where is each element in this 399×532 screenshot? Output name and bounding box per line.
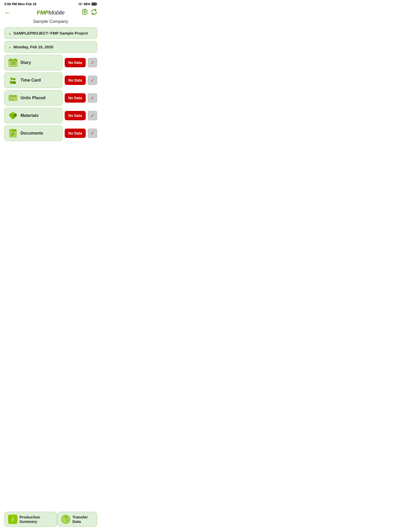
- date-dropdown[interactable]: ⌄ Monday, Feb 10, 2020: [4, 41, 97, 53]
- materials-icon: [8, 111, 18, 121]
- diary-label: Diary: [21, 60, 31, 65]
- diary-no-data-button[interactable]: No Data: [65, 58, 86, 67]
- units-placed-checkmark-icon: ✓: [91, 95, 95, 101]
- svg-text:1: 1: [10, 98, 11, 101]
- header-actions: [82, 9, 97, 17]
- status-bar: 3:50 PM Mon Feb 10 96%: [0, 0, 101, 7]
- timecard-checkmark-icon: ✓: [91, 77, 95, 83]
- units-placed-label: Units Placed: [21, 96, 45, 100]
- svg-rect-1: [97, 3, 97, 5]
- header: ← FMPMobile: [0, 7, 101, 18]
- timecard-check-button[interactable]: ✓: [88, 76, 97, 85]
- logo-fmp: FMP: [37, 9, 49, 16]
- diary-check-button[interactable]: ✓: [88, 58, 97, 67]
- materials-check-button[interactable]: ✓: [88, 111, 97, 120]
- units-placed-check-button[interactable]: ✓: [88, 93, 97, 103]
- timecard-no-data-button[interactable]: No Data: [65, 76, 86, 85]
- svg-rect-40: [10, 130, 12, 131]
- project-dropdown[interactable]: ⌄ SAMPLEPROJECT~FMP Sample Project: [4, 27, 97, 39]
- battery-icon: [91, 2, 97, 6]
- company-name: Sample Company: [0, 18, 101, 27]
- refresh-icon[interactable]: [91, 9, 97, 17]
- materials-button[interactable]: Materials: [4, 108, 63, 123]
- svg-point-16: [12, 59, 14, 61]
- svg-point-20: [13, 78, 15, 80]
- materials-checkmark-icon: ✓: [91, 113, 95, 118]
- timecard-row: Time Card No Data ✓: [4, 72, 97, 88]
- units-placed-row: 1 2 Units Placed No Data ✓: [4, 90, 97, 106]
- timecard-icon: [8, 75, 18, 85]
- status-icons: 96%: [78, 2, 97, 6]
- svg-rect-2: [92, 3, 96, 5]
- back-button[interactable]: ←: [4, 9, 11, 17]
- status-time: 3:50 PM Mon Feb 10: [4, 2, 36, 6]
- date-chevron-icon: ⌄: [8, 44, 11, 49]
- delete-icon[interactable]: [82, 9, 88, 17]
- wifi-icon: [78, 2, 83, 6]
- svg-rect-18: [12, 62, 16, 63]
- documents-no-data-button[interactable]: No Data: [65, 129, 86, 138]
- diary-checkmark-icon: ✓: [91, 60, 95, 65]
- documents-button[interactable]: Documents: [4, 125, 63, 141]
- app-logo: FMPMobile: [37, 9, 65, 16]
- documents-icon: [8, 128, 18, 138]
- svg-rect-5: [84, 9, 86, 10]
- documents-label: Documents: [21, 131, 43, 136]
- materials-label: Materials: [21, 113, 38, 118]
- timecard-button[interactable]: Time Card: [4, 72, 63, 88]
- diary-icon: [8, 58, 18, 68]
- project-label: SAMPLEPROJECT~FMP Sample Project: [14, 31, 88, 35]
- diary-row: Diary No Data ✓: [4, 55, 97, 70]
- svg-text:2: 2: [12, 98, 13, 101]
- documents-row: Documents No Data ✓: [4, 125, 97, 141]
- battery-text: 96%: [84, 2, 90, 6]
- documents-check-button[interactable]: ✓: [88, 129, 97, 138]
- units-placed-no-data-button[interactable]: No Data: [65, 93, 86, 103]
- svg-point-34: [11, 112, 15, 115]
- units-placed-icon: 1 2: [8, 93, 18, 103]
- units-placed-button[interactable]: 1 2 Units Placed: [4, 90, 63, 106]
- materials-row: Materials No Data ✓: [4, 108, 97, 123]
- date-label: Monday, Feb 10, 2020: [14, 45, 53, 49]
- main-content: ⌄ SAMPLEPROJECT~FMP Sample Project ⌄ Mon…: [0, 27, 101, 141]
- svg-point-19: [10, 77, 13, 80]
- project-chevron-icon: ⌄: [8, 31, 11, 36]
- documents-checkmark-icon: ✓: [91, 130, 95, 136]
- svg-point-17: [15, 59, 16, 61]
- materials-no-data-button[interactable]: No Data: [65, 111, 86, 120]
- logo-mobile: Mobile: [49, 9, 65, 16]
- svg-point-22: [12, 81, 16, 84]
- svg-point-15: [10, 59, 11, 61]
- diary-button[interactable]: Diary: [4, 55, 63, 70]
- timecard-label: Time Card: [21, 78, 41, 83]
